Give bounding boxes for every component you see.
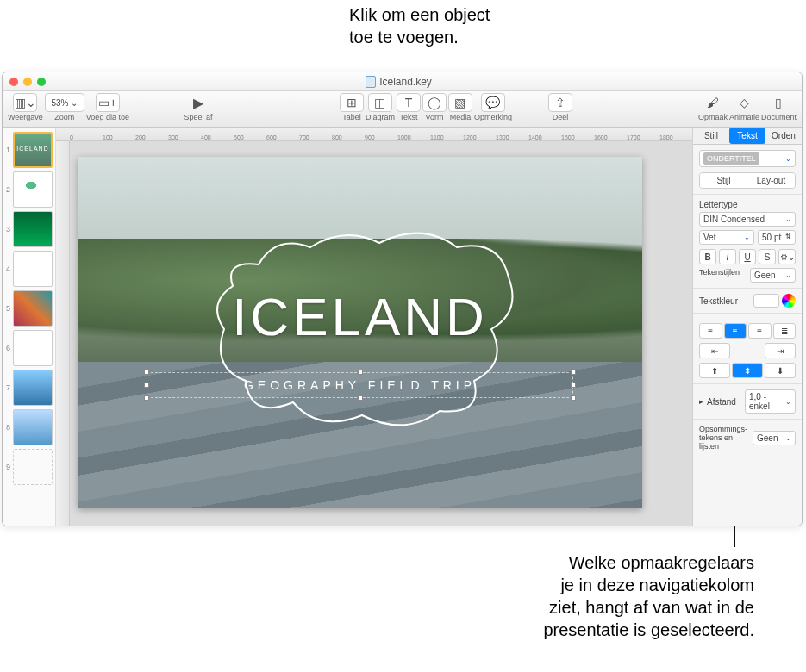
document-title: Iceland.key [366,76,432,88]
insert-text-button[interactable]: TTekst [397,93,421,121]
canvas-area: 0100200300400500600700800900100011001200… [56,128,692,526]
slide-thumb-5[interactable] [13,290,53,327]
slide-subtitle-textbox[interactable]: GEOGRAPHY FIELD TRIP [147,372,573,398]
content-area: 1 ICELAND 2 3 4 5 6 7 8 9 01002003004005… [3,128,802,526]
callout-bottom-text: Welke opmaakregelaars je in deze navigat… [366,551,754,641]
horizontal-align-buttons: ≡ ≡ ≡ ≣ [699,323,796,339]
tab-text[interactable]: Tekst [729,128,765,144]
slide-thumb-1[interactable]: ICELAND [13,132,53,168]
advanced-font-button[interactable]: ⚙⌄ [778,249,796,264]
font-weight-dropdown[interactable]: Vet⌄ [699,230,754,245]
slide-title[interactable]: ICELAND [78,286,642,347]
spacing-label: Afstand [707,397,741,407]
slide-thumb-6[interactable] [13,330,53,366]
font-section-label: Lettertype [699,200,796,209]
valign-middle-button[interactable]: ⬍ [732,363,763,378]
valign-bottom-button[interactable]: ⬇ [765,363,796,378]
subtab-style[interactable]: Stijl [700,173,747,188]
insert-shape-button[interactable]: ◯Vorm [422,93,447,121]
slide[interactable]: ICELAND GEOGRAPHY FIELD TRIP [78,157,642,508]
paragraph-style-section: ONDERTITEL ⌄ Stijl Lay-out [693,145,802,195]
window-controls [9,78,46,86]
minimize-window-button[interactable] [23,78,32,86]
slide-thumb-7[interactable] [13,370,53,406]
animate-inspector-button[interactable]: ◇Animatie [729,93,759,121]
indent-buttons: ⇤ ⇥ [699,343,796,358]
slide-subtitle-text: GEOGRAPHY FIELD TRIP [244,378,476,392]
alignment-section: ≡ ≡ ≡ ≣ ⇤ ⇥ ⬆ ⬍ ⬇ [693,314,802,384]
callout-top-text: Klik om een object toe te voegen. [349,3,608,48]
close-window-button[interactable] [9,78,18,86]
bullets-label: Opsommings- tekens en lijsten [699,425,749,451]
share-button[interactable]: ⇪Deel [548,93,572,121]
insert-table-button[interactable]: ⊞Tabel [340,93,364,121]
format-inspector: Stijl Tekst Orden ONDERTITEL ⌄ Stijl Lay… [692,128,802,526]
slide-thumb-9[interactable] [13,449,53,485]
titlebar: Iceland.key [3,72,802,91]
insert-chart-button[interactable]: ◫Diagram [366,93,395,121]
outdent-button[interactable]: ⇤ [699,343,730,358]
vertical-ruler [56,141,70,526]
spacing-section: ▸ Afstand 1,0 - enkel⌄ [693,384,802,420]
color-picker-button[interactable] [782,294,796,308]
underline-button[interactable]: U [739,249,756,264]
horizontal-ruler: 0100200300400500600700800900100011001200… [56,128,692,141]
chevron-down-icon: ⌄ [785,155,791,163]
slide-thumb-2[interactable] [13,171,53,208]
tab-arrange[interactable]: Orden [765,128,802,144]
strikethrough-button[interactable]: S [759,249,776,264]
text-styles-label: Tekenstijlen [699,268,747,283]
subtab-layout[interactable]: Lay-out [747,173,795,188]
slide-thumb-4[interactable] [13,251,53,287]
align-right-button[interactable]: ≡ [748,323,772,339]
tab-style[interactable]: Stijl [693,128,729,144]
bold-button[interactable]: B [699,249,716,264]
font-family-dropdown[interactable]: DIN Condensed⌄ [699,212,796,227]
italic-button[interactable]: I [719,249,736,264]
spacing-dropdown[interactable]: 1,0 - enkel⌄ [745,389,796,414]
style-layout-segment: Stijl Lay-out [699,172,796,189]
font-size-field[interactable]: 50 pt⇅ [758,230,796,245]
slide-thumb-3[interactable] [13,211,53,247]
comment-button[interactable]: 💬Opmerking [474,93,512,121]
align-left-button[interactable]: ≡ [699,323,722,339]
zoom-button[interactable]: 53% ⌄Zoom [45,93,84,121]
slide-thumb-8[interactable] [13,409,53,445]
paragraph-style-dropdown[interactable]: ONDERTITEL ⌄ [699,150,796,167]
view-button[interactable]: ▥⌄Weergave [8,93,43,121]
slide-canvas[interactable]: ICELAND GEOGRAPHY FIELD TRIP [56,141,692,526]
bullets-dropdown[interactable]: Geen⌄ [753,431,796,445]
indent-button[interactable]: ⇥ [765,343,796,358]
document-icon [366,76,376,88]
slide-navigator[interactable]: 1 ICELAND 2 3 4 5 6 7 8 9 [3,128,56,526]
document-name: Iceland.key [379,76,432,88]
add-slide-button[interactable]: ▭+Voeg dia toe [86,93,129,121]
insert-media-button[interactable]: ▧Media [448,93,472,121]
text-color-section: Tekstkleur [693,289,802,314]
text-color-well[interactable] [753,294,779,308]
align-justify-button[interactable]: ≣ [773,323,797,339]
align-center-button[interactable]: ≡ [724,323,747,339]
text-styles-dropdown[interactable]: Geen⌄ [750,268,796,283]
font-style-buttons: B I U S ⚙⌄ [699,249,796,264]
toolbar: ▥⌄Weergave 53% ⌄Zoom ▭+Voeg dia toe ▶Spe… [3,91,802,128]
format-inspector-button[interactable]: 🖌Opmaak [698,93,728,121]
zoom-window-button[interactable] [37,78,46,86]
play-button[interactable]: ▶Speel af [183,93,214,121]
app-window: Iceland.key ▥⌄Weergave 53% ⌄Zoom ▭+Voeg … [2,72,803,526]
document-inspector-button[interactable]: ▯Document [761,93,797,121]
vertical-align-buttons: ⬆ ⬍ ⬇ [699,363,796,378]
inspector-tabs: Stijl Tekst Orden [693,128,802,145]
font-section: Lettertype DIN Condensed⌄ Vet⌄ 50 pt⇅ B … [693,195,802,289]
bullets-section: Opsommings- tekens en lijsten Geen⌄ [693,420,802,456]
valign-top-button[interactable]: ⬆ [699,363,730,378]
text-color-label: Tekstkleur [699,296,738,306]
